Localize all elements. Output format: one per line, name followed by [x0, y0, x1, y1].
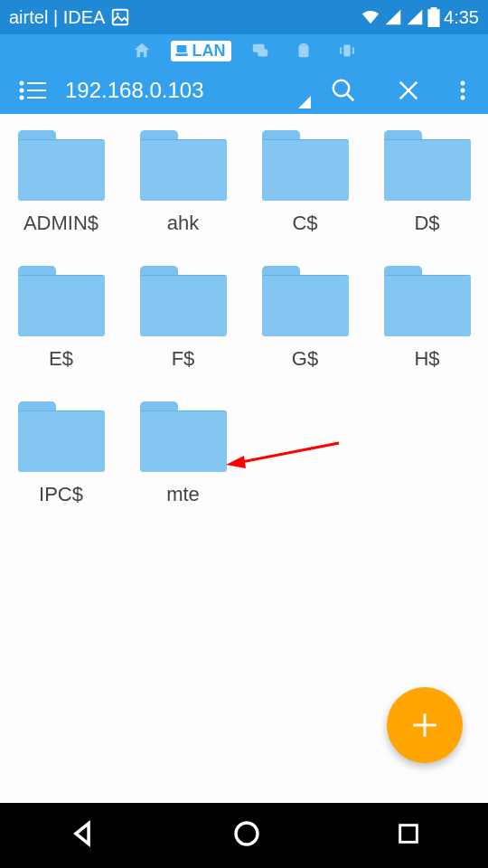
folder-icon: [18, 130, 105, 201]
picture-icon: [110, 7, 130, 27]
folder-icon: [262, 266, 349, 336]
svg-point-21: [461, 89, 465, 93]
svg-point-20: [461, 81, 465, 86]
statusbar: airtel | IDEA 4:35: [0, 0, 488, 34]
plus-icon: [409, 710, 440, 741]
folder-label: mte: [166, 483, 200, 506]
folder-label: H$: [414, 347, 439, 371]
home-icon: [132, 41, 152, 61]
folder-item[interactable]: F$: [122, 262, 244, 398]
address-text: 192.168.0.103: [65, 78, 203, 102]
tab-wifi[interactable]: [333, 38, 361, 63]
folder-icon: [18, 401, 105, 472]
appbar: 192.168.0.103: [0, 67, 488, 114]
more-button[interactable]: [441, 67, 484, 114]
folder-icon: [262, 130, 349, 201]
svg-point-27: [236, 823, 258, 844]
folder-label: C$: [292, 212, 317, 235]
square-icon: [396, 821, 421, 846]
folder-label: G$: [292, 347, 318, 371]
folder-label: ADMIN$: [23, 212, 99, 235]
folder-icon: [18, 266, 105, 336]
folder-item[interactable]: E$: [0, 262, 122, 398]
svg-point-1: [117, 13, 119, 15]
menu-button[interactable]: [0, 80, 65, 101]
folder-icon: [384, 130, 471, 201]
menu-icon: [19, 80, 46, 101]
svg-point-10: [21, 82, 23, 85]
search-icon: [330, 77, 357, 104]
svg-rect-9: [343, 45, 350, 57]
tab-messages[interactable]: [246, 38, 275, 63]
svg-line-17: [347, 94, 354, 101]
signal-icon: [384, 8, 402, 26]
tab-lan[interactable]: LAN: [171, 38, 231, 63]
nav-home[interactable]: [232, 819, 261, 852]
lan-icon: [174, 43, 189, 58]
wifi-icon: [361, 7, 380, 27]
svg-rect-4: [176, 45, 186, 52]
svg-rect-8: [298, 46, 308, 58]
battery-icon: [427, 7, 440, 27]
status-carrier: airtel | IDEA: [9, 7, 105, 28]
svg-point-14: [21, 97, 23, 99]
svg-point-22: [461, 96, 465, 100]
folder-label: D$: [414, 212, 439, 235]
circle-icon: [232, 819, 261, 848]
folder-grid: ADMIN$ahkC$D$E$F$G$H$IPC$mte: [0, 127, 488, 533]
svg-rect-3: [431, 7, 437, 9]
signal-icon: [406, 8, 424, 26]
svg-rect-28: [399, 826, 417, 843]
android-icon: [294, 41, 314, 61]
folder-item[interactable]: G$: [244, 262, 366, 398]
folder-label: IPC$: [39, 483, 83, 506]
address-field[interactable]: 192.168.0.103: [65, 78, 311, 103]
lan-label: LAN: [192, 42, 226, 61]
svg-rect-5: [175, 53, 187, 56]
system-navbar: [0, 803, 488, 868]
chat-icon: [250, 41, 270, 61]
folder-label: ahk: [167, 212, 199, 235]
close-icon: [396, 78, 421, 103]
svg-rect-0: [113, 10, 128, 25]
folder-item[interactable]: H$: [366, 262, 488, 398]
close-button[interactable]: [376, 67, 441, 114]
folder-item[interactable]: IPC$: [0, 398, 122, 533]
tab-device[interactable]: [289, 38, 318, 63]
folder-icon: [140, 401, 227, 472]
svg-point-12: [21, 90, 23, 92]
svg-rect-7: [258, 49, 267, 56]
folder-item[interactable]: mte: [122, 398, 244, 533]
folder-item[interactable]: ahk: [122, 127, 244, 262]
svg-rect-2: [427, 9, 439, 27]
tab-home[interactable]: [127, 38, 156, 63]
folder-label: F$: [172, 347, 195, 371]
nav-back[interactable]: [67, 818, 98, 853]
folder-item[interactable]: C$: [244, 127, 366, 262]
folder-item[interactable]: ADMIN$: [0, 127, 122, 262]
folder-icon: [140, 130, 227, 201]
wifi-icon: [337, 41, 357, 61]
dropdown-icon: [298, 96, 311, 108]
folder-label: E$: [49, 347, 73, 371]
nav-recent[interactable]: [396, 821, 421, 850]
status-time: 4:35: [444, 7, 479, 28]
search-button[interactable]: [311, 67, 376, 114]
svg-point-16: [333, 80, 350, 97]
folder-item[interactable]: D$: [366, 127, 488, 262]
tab-icon-bar: LAN: [0, 34, 488, 67]
fab-add-button[interactable]: [387, 687, 463, 763]
more-vert-icon: [460, 80, 465, 101]
back-icon: [67, 818, 98, 849]
folder-icon: [140, 266, 227, 336]
content-area: ADMIN$ahkC$D$E$F$G$H$IPC$mte: [0, 114, 488, 803]
folder-icon: [384, 266, 471, 336]
